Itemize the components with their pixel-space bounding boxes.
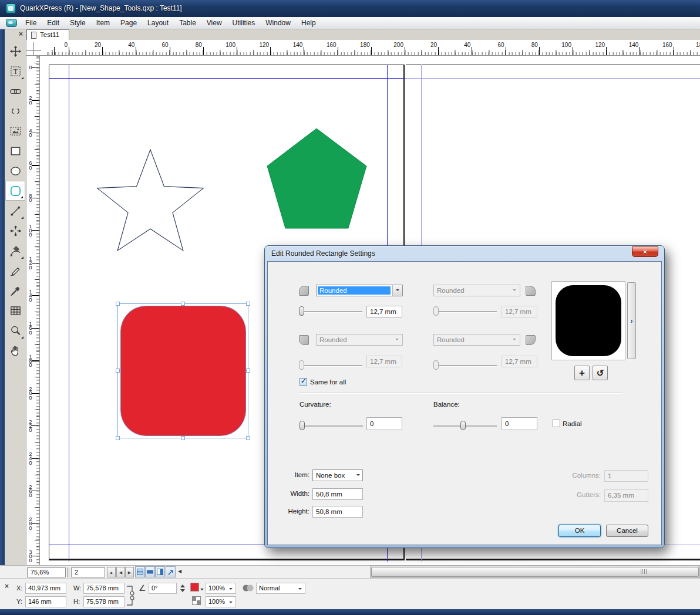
balance-field[interactable]: 0 — [502, 417, 537, 430]
angle-stepper[interactable] — [179, 583, 186, 594]
slider-thumb[interactable] — [460, 421, 466, 430]
line-tool[interactable] — [5, 201, 25, 221]
linking-tool[interactable] — [5, 81, 25, 101]
star-shape[interactable] — [96, 147, 207, 254]
plus-icon: + — [579, 367, 585, 379]
menu-help[interactable]: Help — [296, 17, 321, 29]
width-field[interactable]: 75,578 mm — [83, 583, 124, 594]
tab-test11[interactable]: Test11 — [26, 29, 69, 40]
menu-item[interactable]: Item — [91, 17, 115, 29]
frame-opacity-combo[interactable]: 100% — [206, 596, 236, 607]
unlinking-tool[interactable] — [5, 101, 25, 121]
dropdown-arrow-icon[interactable] — [354, 470, 362, 481]
item-tool[interactable] — [5, 41, 25, 61]
menu-utilities[interactable]: Utilities — [227, 17, 261, 29]
divider — [67, 567, 69, 577]
view-full-width-button[interactable] — [145, 566, 155, 577]
height-field[interactable]: 50,8 mm — [312, 506, 363, 518]
radial-checkbox[interactable] — [553, 420, 560, 427]
rounded-rectangle-box-tool[interactable] — [5, 181, 25, 201]
corner-top-left-slider[interactable] — [299, 306, 362, 316]
dropdown-arrow-icon[interactable] — [392, 285, 402, 296]
selection-handle-ne[interactable] — [246, 302, 250, 306]
dialog-close-button[interactable]: × — [632, 246, 658, 257]
rotation-angle-field[interactable]: 0° — [149, 583, 177, 594]
balance-label: Balance: — [433, 401, 460, 408]
table-tool[interactable] — [5, 300, 25, 320]
selection-handle-e[interactable] — [246, 369, 250, 373]
x-position-field[interactable]: 40,973 mm — [25, 583, 66, 594]
fill-color-swatch[interactable] — [190, 583, 199, 592]
oval-box-tool[interactable] — [5, 161, 25, 181]
previous-page-button[interactable]: ◀ — [116, 567, 125, 577]
balance-slider[interactable] — [433, 421, 497, 431]
text-content-tool[interactable]: T — [5, 61, 25, 81]
preview-expand-button[interactable]: › — [627, 282, 636, 359]
horizontal-scrollbar[interactable] — [370, 566, 700, 578]
export-arrow-button[interactable] — [166, 566, 176, 577]
next-page-button[interactable]: ▶ — [125, 567, 134, 577]
selection-handle-se[interactable] — [246, 436, 250, 440]
slider-thumb[interactable] — [299, 306, 304, 316]
curvature-field[interactable]: 0 — [366, 417, 402, 430]
palette-close-icon[interactable]: × — [19, 31, 23, 38]
cancel-button[interactable]: Cancel — [606, 525, 648, 537]
selection-handle-nw[interactable] — [116, 302, 120, 306]
curvature-slider[interactable] — [299, 421, 363, 431]
height-field[interactable]: 75,578 mm — [83, 596, 124, 607]
dropdown-arrow-icon — [510, 285, 520, 296]
pan-tool[interactable] — [5, 340, 25, 360]
same-for-all-checkbox[interactable]: ✓ — [299, 378, 307, 386]
height-label: Height: — [284, 508, 309, 515]
palette-close-icon[interactable]: × — [5, 582, 9, 590]
y-label: Y: — [16, 598, 22, 605]
document-control-icon[interactable] — [6, 19, 17, 27]
view-split-horizontal-button[interactable] — [135, 566, 145, 577]
columns-label: Columns: — [558, 472, 601, 479]
y-position-field[interactable]: 146 mm — [25, 596, 66, 607]
menu-window[interactable]: Window — [260, 17, 296, 29]
blend-mode-combo[interactable]: Normal — [256, 583, 305, 594]
bezier-pen-tool[interactable] — [5, 241, 25, 261]
selected-rounded-rectangle[interactable] — [120, 306, 246, 436]
rectangle-box-tool[interactable] — [5, 141, 25, 161]
menu-page[interactable]: Page — [115, 17, 142, 29]
menu-file[interactable]: File — [20, 17, 42, 29]
selection-handle-w[interactable] — [116, 369, 120, 373]
swatch-dropdown-icon[interactable] — [200, 589, 204, 592]
width-field[interactable]: 50,8 mm — [312, 488, 363, 500]
frame-shade-icon[interactable] — [192, 596, 201, 605]
picture-content-tool[interactable] — [5, 121, 25, 141]
horizontal-ruler: 0204060801001201401601802002040608010012… — [26, 40, 700, 56]
selection-handle-n[interactable] — [181, 302, 185, 306]
selection-handle-s[interactable] — [181, 436, 185, 440]
menu-style[interactable]: Style — [65, 17, 91, 29]
slider-thumb[interactable] — [299, 421, 305, 430]
page-number-field[interactable]: 2 — [71, 567, 105, 577]
reset-button[interactable]: ↺ — [593, 366, 608, 380]
view-split-vertical-button[interactable] — [155, 566, 165, 577]
freehand-drawing-tool[interactable] — [5, 261, 25, 281]
item-combo[interactable]: None box — [312, 469, 363, 481]
menu-table[interactable]: Table — [174, 17, 201, 29]
add-preset-button[interactable]: + — [574, 366, 590, 380]
scrollbar-thumb[interactable] — [371, 567, 699, 577]
menu-view[interactable]: View — [201, 17, 227, 29]
zoom-tool[interactable] — [5, 320, 25, 340]
shape-point-tool[interactable] — [5, 221, 25, 241]
width-label: Width: — [286, 490, 309, 497]
fill-opacity-combo[interactable]: 100% — [206, 583, 236, 594]
menu-layout[interactable]: Layout — [142, 17, 174, 29]
corner-top-left-combo[interactable]: Rounded — [316, 285, 403, 296]
zoom-level-field[interactable]: 75,6% — [27, 567, 66, 577]
corner-top-left-radius-field[interactable]: 12,7 mm — [366, 306, 402, 317]
page-up-button[interactable]: ▲ — [107, 567, 116, 577]
dropdown-arrow-icon — [510, 334, 520, 345]
link-wh-icon[interactable] — [126, 583, 136, 608]
menu-edit[interactable]: Edit — [42, 17, 65, 29]
ok-button[interactable]: OK — [558, 525, 601, 537]
eyedropper-tool[interactable] — [5, 281, 25, 300]
pentagon-shape[interactable] — [265, 126, 368, 231]
collapse-icon[interactable]: ◀ — [178, 569, 181, 574]
selection-handle-sw[interactable] — [116, 436, 120, 440]
